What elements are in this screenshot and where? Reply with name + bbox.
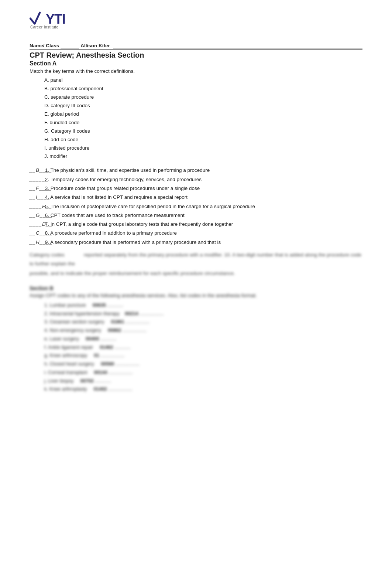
match-row-2: ______ 2. Temporary codes for emerging t… xyxy=(30,175,362,184)
list-item: F. bundled code xyxy=(44,119,362,127)
section-b-instruction: Assign CPT codes to any of the following… xyxy=(30,293,362,298)
match-answer-2: ______ xyxy=(30,175,44,184)
match-answer-8: __C____ xyxy=(30,229,44,238)
match-row-1: __B____ 1. The physician's skill, time, … xyxy=(30,166,362,175)
name-value: Allison Kifer xyxy=(80,43,110,48)
list-item: B. professional component xyxy=(44,85,362,93)
list-item: C. separate procedure xyxy=(44,93,362,102)
terms-list: A. panel B. professional component C. se… xyxy=(44,76,362,161)
match-text-9: 9. A secondary procedure that is perform… xyxy=(45,239,221,245)
match-text-6: 6. CPT codes that are used to track perf… xyxy=(45,212,185,218)
match-row-5: ____E__ 5. The inclusion of postoperativ… xyxy=(30,202,362,211)
header-divider xyxy=(30,36,362,36)
match-text-7: 7. In CPT, a single code that groups lab… xyxy=(45,221,233,227)
section-b-title: Section B xyxy=(30,285,362,291)
page: YTI Career Institute Name/ Class Allison… xyxy=(0,0,392,575)
list-item: E. global period xyxy=(44,110,362,119)
matching-items: __B____ 1. The physician's skill, time, … xyxy=(30,166,362,247)
list-item: D. category III codes xyxy=(44,102,362,110)
list-item: 1. Lumbar puncture 00635 ............ xyxy=(44,301,362,310)
match-answer-7: ____D__ xyxy=(30,220,44,229)
list-item: i. Corneal transplant 00144 ............… xyxy=(44,368,362,377)
section-b-list: 1. Lumbar puncture 00635 ............ 2.… xyxy=(44,301,362,394)
match-answer-5: ____E__ xyxy=(30,202,44,211)
match-row-3: __F____ 3. Procedure code that groups re… xyxy=(30,184,362,193)
match-answer-3: __F____ xyxy=(30,184,44,193)
list-item: h. Closed heart surgery 00560 ..........… xyxy=(44,360,362,368)
list-item: f. Ankle ligament repair 01462 .........… xyxy=(44,343,362,352)
match-row-4: __I____ 4. A service that is not listed … xyxy=(30,193,362,202)
section-a-title: Section A xyxy=(30,60,362,67)
list-item: 2. Intracranial hypertension therapy 002… xyxy=(44,310,362,318)
name-label: Name/ Class xyxy=(30,43,59,48)
list-item: J. modifier xyxy=(44,152,362,161)
logo-icon xyxy=(30,11,46,26)
list-item: j. Liver biopsy 00702 ............ xyxy=(44,377,362,385)
match-text-8: 8. A procedure performed in addition to … xyxy=(45,230,177,236)
match-text-2: 2. Temporary codes for emerging technolo… xyxy=(45,177,202,182)
list-item: G. Category II codes xyxy=(44,127,362,136)
list-item: I. unlisted procedure xyxy=(44,144,362,153)
match-row-8: __C____ 8. A procedure performed in addi… xyxy=(30,229,362,238)
match-answer-9: __H____ xyxy=(30,238,44,247)
match-answer-6: __G____ xyxy=(30,211,44,220)
match-text-5: 5. The inclusion of postoperative care f… xyxy=(45,204,255,209)
list-item: 4. Non-emergency surgery 00862 .........… xyxy=(44,326,362,335)
match-row-6: __G____ 6. CPT codes that are used to tr… xyxy=(30,211,362,220)
match-answer-1: __B____ xyxy=(30,166,44,175)
match-text-3: 3. Procedure code that groups related pr… xyxy=(45,186,200,191)
list-item: 3. Cesarean section surgery 01961 ......… xyxy=(44,318,362,326)
list-item: A. panel xyxy=(44,76,362,85)
list-item: k. Knee arthroplasty 01402 .............… xyxy=(44,385,362,394)
match-text-1: 1. The physician's skill, time, and expe… xyxy=(45,167,210,173)
doc-title: CPT Review; Anesthesia Section xyxy=(30,51,362,59)
blurred-continuation-1: Category codes reported separately from … xyxy=(30,251,362,269)
list-item: g. Knee arthroscopy 01 .................… xyxy=(44,351,362,360)
match-row-7: ____D__ 7. In CPT, a single code that gr… xyxy=(30,220,362,229)
name-line: Name/ Class Allison Kifer xyxy=(30,43,362,50)
logo-section: YTI Career Institute xyxy=(30,11,362,29)
list-item: H. add-on code xyxy=(44,136,362,144)
list-item: e. Laser surgery 00400 ............ xyxy=(44,335,362,343)
logo-text: YTI xyxy=(46,13,65,26)
match-answer-4: __I____ xyxy=(30,193,44,202)
yti-logo: YTI Career Institute xyxy=(30,11,65,29)
logo-subtitle: Career Institute xyxy=(30,25,58,29)
match-row-9: __H____ 9. A secondary procedure that is… xyxy=(30,238,362,247)
section-a-instructions: Match the key terms with the correct def… xyxy=(30,68,362,74)
match-text-4: 4. A service that is not listed in CPT a… xyxy=(45,194,188,200)
logo-top: YTI xyxy=(30,11,65,26)
blurred-continuation-2: possible, and to indicate the proper rei… xyxy=(30,269,362,278)
